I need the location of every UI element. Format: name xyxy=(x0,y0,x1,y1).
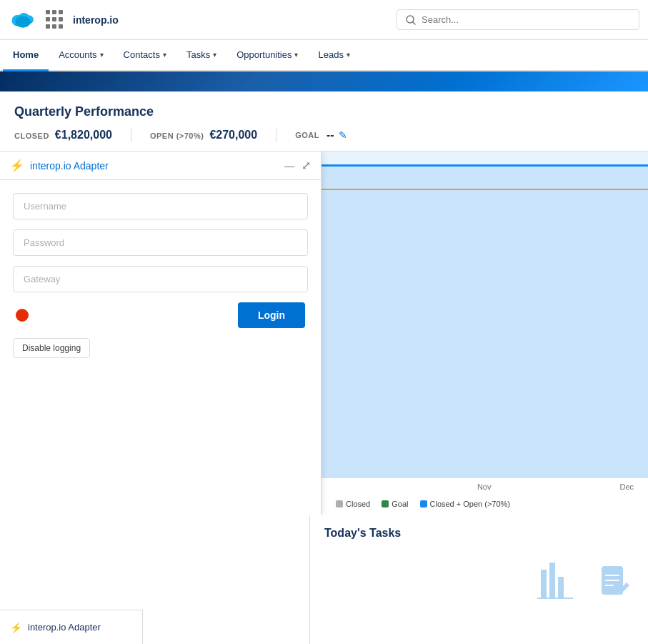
goal-stat: GOAL -- ✎ xyxy=(295,129,347,142)
nav-item-opportunities[interactable]: Opportunities ▾ xyxy=(226,40,308,71)
taskbar-bolt-icon: ⚡ xyxy=(10,622,22,633)
adapter-title: interop.io Adapter xyxy=(30,160,109,172)
legend-item-goal: Goal xyxy=(382,500,408,508)
search-input[interactable] xyxy=(422,14,630,25)
login-button[interactable]: Login xyxy=(238,302,305,328)
legend-dot-closed xyxy=(336,500,343,507)
closed-value: €1,820,000 xyxy=(55,129,112,142)
open-stat: OPEN (>70%) €270,000 xyxy=(150,129,257,142)
svg-line-9 xyxy=(413,21,416,24)
quarterly-title: Quarterly Performance xyxy=(14,104,634,119)
top-bar: interop.io xyxy=(0,0,648,40)
contacts-chevron-icon: ▾ xyxy=(163,51,166,59)
adapter-title-row: ⚡ interop.io Adapter xyxy=(10,159,109,172)
opportunities-chevron-icon: ▾ xyxy=(294,51,298,59)
chart-label-nov: Nov xyxy=(477,482,492,491)
adapter-expand-icon[interactable]: ⤢ xyxy=(301,159,311,172)
svg-point-7 xyxy=(15,16,30,26)
chart-area: Nov Dec Closed Goal Closed + Open (>70%) xyxy=(321,152,648,515)
svg-rect-12 xyxy=(558,577,564,598)
quarterly-stats: CLOSED €1,820,000 OPEN (>70%) €270,000 G… xyxy=(14,128,634,142)
connection-status-dot xyxy=(16,309,29,322)
disable-logging-button[interactable]: Disable logging xyxy=(13,338,90,358)
adapter-bolt-icon: ⚡ xyxy=(10,159,24,172)
tasks-illustration-svg-2 xyxy=(591,555,634,605)
tasks-illustration xyxy=(324,548,634,605)
org-name: interop.io xyxy=(73,14,119,26)
goal-label: GOAL xyxy=(295,131,319,139)
open-label: OPEN (>70%) xyxy=(150,132,204,140)
chart-legend: Closed Goal Closed + Open (>70%) xyxy=(321,495,648,515)
app-grid-icon[interactable] xyxy=(46,10,66,30)
adapter-header: ⚡ interop.io Adapter — ⤢ xyxy=(0,152,321,180)
svg-rect-11 xyxy=(549,563,555,598)
search-bar xyxy=(397,9,639,30)
svg-rect-10 xyxy=(541,570,547,598)
nav-item-home[interactable]: Home xyxy=(3,40,49,71)
main-content: Quarterly Performance CLOSED €1,820,000 … xyxy=(0,91,648,644)
tasks-illustration-svg-1 xyxy=(534,555,577,605)
closed-label: CLOSED xyxy=(14,132,49,140)
password-input[interactable] xyxy=(13,229,308,256)
accounts-chevron-icon: ▾ xyxy=(100,51,104,59)
goal-value: -- xyxy=(327,129,334,142)
chart-fill-blue xyxy=(321,166,648,478)
legend-label-closed: Closed xyxy=(346,500,370,508)
adapter-body: Login Disable logging xyxy=(0,180,321,371)
closed-stat: CLOSED €1,820,000 xyxy=(14,129,112,142)
nav-item-contacts[interactable]: Contacts ▾ xyxy=(114,40,176,71)
salesforce-logo xyxy=(9,10,37,30)
nav-item-leads[interactable]: Leads ▾ xyxy=(308,40,359,71)
today-tasks-title: Today's Tasks xyxy=(324,527,634,540)
adapter-minimize-icon[interactable]: — xyxy=(284,160,294,172)
chart-line-orange xyxy=(321,189,648,190)
username-input[interactable] xyxy=(13,193,308,219)
chart-adapter-row: ⚡ interop.io Adapter — ⤢ Login Disable l… xyxy=(0,152,648,515)
tasks-chevron-icon: ▾ xyxy=(213,51,216,59)
legend-dot-closed-open xyxy=(420,500,427,507)
nav-bar: Home Accounts ▾ Contacts ▾ Tasks ▾ Oppor… xyxy=(0,40,648,71)
edit-goal-icon[interactable]: ✎ xyxy=(339,129,347,141)
adapter-action-row: Login xyxy=(13,302,308,328)
gateway-input[interactable] xyxy=(13,266,308,292)
legend-label-goal: Goal xyxy=(392,500,408,508)
legend-item-closed-open: Closed + Open (>70%) xyxy=(420,500,511,508)
nav-item-tasks[interactable]: Tasks ▾ xyxy=(176,40,226,71)
disable-logging-row: Disable logging xyxy=(13,338,308,358)
taskbar[interactable]: ⚡ interop.io Adapter xyxy=(0,610,143,644)
chart-x-labels: Nov Dec xyxy=(321,478,648,495)
adapter-panel: ⚡ interop.io Adapter — ⤢ Login Disable l… xyxy=(0,152,321,515)
chart-canvas xyxy=(321,152,648,478)
taskbar-label: interop.io Adapter xyxy=(28,622,101,633)
legend-label-closed-open: Closed + Open (>70%) xyxy=(430,500,511,508)
adapter-controls: — ⤢ xyxy=(284,159,311,172)
quarterly-performance-section: Quarterly Performance CLOSED €1,820,000 … xyxy=(0,91,648,152)
bottom-right-panel: Today's Tasks xyxy=(310,515,648,644)
decorative-band xyxy=(0,71,648,91)
legend-item-closed: Closed xyxy=(336,500,370,508)
leads-chevron-icon: ▾ xyxy=(347,51,350,59)
chart-label-dec: Dec xyxy=(619,482,634,491)
search-icon xyxy=(406,15,416,25)
legend-dot-goal xyxy=(382,500,389,507)
stat-separator-1 xyxy=(131,128,131,142)
nav-item-accounts[interactable]: Accounts ▾ xyxy=(49,40,113,71)
stat-separator-2 xyxy=(276,128,276,142)
open-value: €270,000 xyxy=(209,129,257,142)
